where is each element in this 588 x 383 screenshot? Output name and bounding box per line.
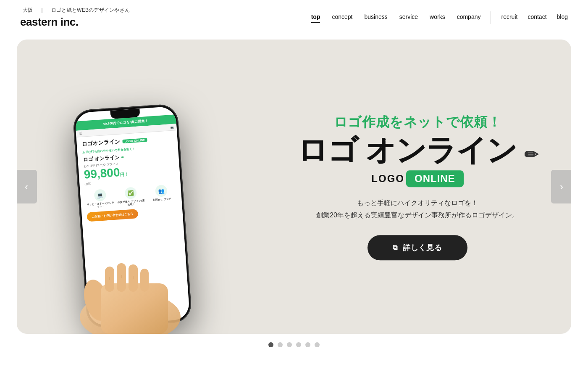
phone-feat-label-2: 品質が違う デザイン3案比較！ (117, 199, 146, 207)
main-nav: top concept business service works compa… (311, 11, 568, 24)
slide-description: もっと手軽にハイクオリティなロゴを！ 創業20年を超える実績豊富なデザイン事務所… (297, 197, 538, 222)
phone-feat-label-1: やりとりはすべてオンライン！ (86, 201, 116, 209)
slider-prev-button[interactable]: ‹ (17, 170, 37, 203)
dot-5[interactable] (305, 342, 310, 347)
header-tagline: 大阪 ｜ ロゴと紙とWEBのデザインやさん (20, 7, 132, 14)
dot-6[interactable] (315, 342, 320, 347)
phone-feat-icon-1: 💻 (94, 189, 106, 201)
slide-title: ロゴ オンライン ✏ (297, 135, 538, 165)
phone-screen: 99,800円でロゴを3案ご提案！ ☰ 📷 ロゴオンライン LOGO ONLIN… (75, 106, 190, 326)
external-link-icon: ⧉ (393, 244, 398, 251)
dot-3[interactable] (287, 342, 292, 347)
phone-hand-wrapper: 99,800円でロゴを3案ご提案！ ☰ 📷 ロゴオンライン LOGO ONLIN… (38, 40, 239, 334)
phone-mockup: 99,800円でロゴを3案ご提案！ ☰ 📷 ロゴオンライン LOGO ONLIN… (72, 103, 192, 329)
slider-dots (17, 342, 571, 347)
phone-cta-button[interactable]: ご登録・お問い合わせはこちら (87, 209, 138, 222)
badge-online-text: ONLINE (406, 170, 464, 187)
phone-logo-jp: ロゴオンライン (81, 138, 120, 148)
slide-title-mark: ✏ (524, 145, 538, 164)
slide-desc-line2: 創業20年を超える実績豊富なデザイン事務所が作るロゴデザイン。 (297, 209, 538, 222)
nav-item-service[interactable]: service (399, 13, 418, 22)
nav-secondary: recruit contact blog (501, 13, 568, 22)
slider-next-button[interactable]: › (551, 170, 571, 203)
nav-item-company[interactable]: company (457, 13, 481, 22)
phone-feat-icon-2: ✅ (124, 187, 137, 199)
header-left: 大阪 ｜ ロゴと紙とWEBのデザインやさん eastern inc. (20, 7, 132, 29)
tagline-prefix: 大阪 (23, 7, 33, 13)
nav-item-top[interactable]: top (311, 13, 320, 22)
chevron-left-icon: ‹ (25, 181, 28, 193)
slide-1: 99,800円でロゴを3案ご提案！ ☰ 📷 ロゴオンライン LOGO ONLIN… (17, 40, 571, 334)
slider-wrapper: ‹ 99,800円でロゴを3案ご提案！ ☰ (17, 40, 571, 334)
phone-logo-en: LOGO ONLINE (122, 138, 147, 143)
dot-1[interactable] (268, 342, 273, 347)
slide-text: ロゴ作成をネットで依頼！ ロゴ オンライン ✏ LOGO ONLINE もっと手… (297, 113, 538, 260)
phone-feat-icon-3: 👥 (155, 185, 168, 197)
phone-feature-1: 💻 やりとりはすべてオンライン！ (85, 188, 115, 209)
nav-divider (491, 11, 491, 24)
slide-title-text: ロゴ オンライン (297, 133, 517, 167)
phone-feature-2: ✅ 品質が違う デザイン3案比較！ (116, 186, 146, 207)
phone-feat-label-3: お問合せ ブログ (147, 197, 177, 202)
cta-label: 詳しく見る (403, 243, 443, 253)
chevron-right-icon: › (560, 181, 563, 193)
phone-feature-3: 👥 お問合せ ブログ (147, 184, 177, 205)
slide-logo-badge: LOGO ONLINE (371, 170, 463, 187)
phone-body: ロゴオンライン LOGO ONLINE ムダな打ち合わせを省いて料金を安く！ ロ… (76, 130, 183, 225)
nav-item-blog[interactable]: blog (557, 13, 568, 22)
badge-logo-text: LOGO (371, 173, 404, 185)
nav-item-concept[interactable]: concept (332, 13, 352, 22)
header: 大阪 ｜ ロゴと紙とWEBのデザインやさん eastern inc. top c… (0, 0, 588, 35)
nav-item-contact[interactable]: contact (528, 13, 546, 22)
dot-4[interactable] (296, 342, 301, 347)
nav-item-recruit[interactable]: recruit (501, 13, 517, 22)
slide-cta-button[interactable]: ⧉ 詳しく見る (368, 235, 467, 260)
slide-desc-line1: もっと手軽にハイクオリティなロゴを！ (297, 197, 538, 209)
slide-tagline-green: ロゴ作成をネットで依頼！ (297, 113, 538, 132)
phone-features: 💻 やりとりはすべてオンライン！ ✅ 品質が違う デザイン3案比較！ 👥 (85, 184, 177, 209)
dot-2[interactable] (278, 342, 283, 347)
site-logo[interactable]: eastern inc. (20, 16, 132, 29)
phone-content: 99,800円でロゴを3案ご提案！ ☰ 📷 ロゴオンライン LOGO ONLIN… (75, 106, 190, 326)
nav-main: top concept business service works compa… (311, 13, 481, 22)
nav-item-works[interactable]: works (430, 13, 445, 22)
tagline-text: ロゴと紙とWEBのデザインやさん (51, 7, 130, 13)
tagline-separator: ｜ (39, 7, 45, 13)
hero-slider: ‹ 99,800円でロゴを3案ご提案！ ☰ (0, 40, 588, 347)
nav-item-business[interactable]: business (364, 13, 387, 22)
